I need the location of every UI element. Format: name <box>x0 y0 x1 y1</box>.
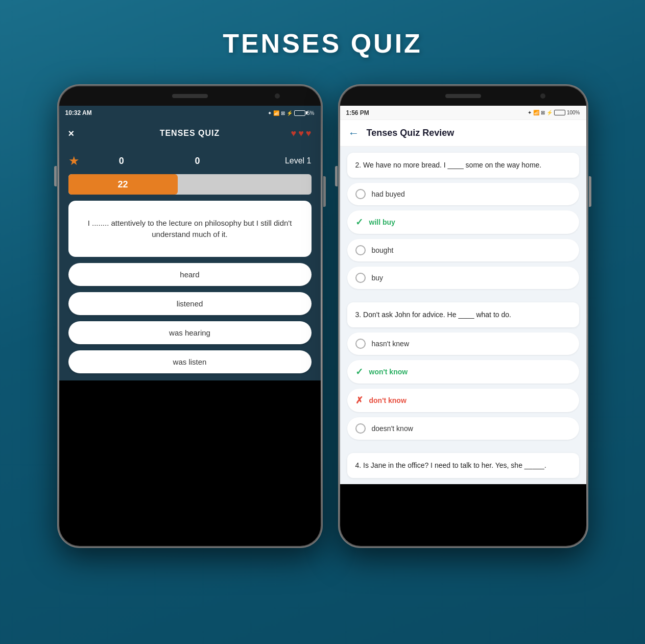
right-signal-icon: 📶 <box>533 110 539 115</box>
option-bought-text: bought <box>372 246 394 254</box>
right-wifi-icon: ⊠ <box>541 110 545 115</box>
left-time: 10:32 AM <box>65 109 92 116</box>
signal-icon: 📶 <box>273 110 279 116</box>
page-title: TENSES QUIZ <box>223 28 422 59</box>
right-status-bar: 1:56 PM ✦ 📶 ⊠ ⚡ 100% <box>340 106 586 120</box>
answer-was-hearing[interactable]: was hearing <box>68 321 312 344</box>
charge-icon: ⚡ <box>286 110 293 116</box>
option-had-buyed[interactable]: had buyed <box>347 183 579 205</box>
progress-bar-fill: 22 <box>68 174 178 195</box>
divider-1 <box>347 294 579 297</box>
phone-top-bar <box>59 86 321 106</box>
option-buy-text: buy <box>372 274 384 282</box>
option-doesnt-know-text: doesn't know <box>372 424 413 433</box>
right-phone-top-bar <box>340 86 586 106</box>
radio-buy <box>355 273 366 283</box>
star-icon: ★ <box>68 154 80 168</box>
heart-1: ♥ <box>291 128 296 139</box>
option-bought[interactable]: bought <box>347 239 579 261</box>
right-volume-button <box>335 166 338 186</box>
answer-was-listen[interactable]: was listen <box>68 350 312 373</box>
answer-listened[interactable]: listened <box>68 292 312 315</box>
right-battery-bar <box>554 110 565 115</box>
camera <box>275 93 280 99</box>
option-hasnt-knew-text: hasn't knew <box>372 340 410 348</box>
option-buy[interactable]: buy <box>347 267 579 289</box>
progress-bar-container: 22 <box>68 174 312 195</box>
right-camera <box>540 93 545 99</box>
power-button <box>323 176 326 207</box>
left-content: ★ 0 0 Level 1 22 I ........ attentively … <box>59 147 321 380</box>
right-content: 2. We have no more bread. I ____ some on… <box>340 147 586 484</box>
level-label: Level 1 <box>235 156 312 165</box>
left-app-title: TENSES QUIZ <box>160 129 220 138</box>
right-bluetooth-icon: ✦ <box>528 110 532 115</box>
radio-hasnt-knew <box>355 339 366 349</box>
option-dont-know[interactable]: ✗ don't know <box>347 389 579 412</box>
score-1: 0 <box>84 156 160 166</box>
option-wont-know-text: won't know <box>369 368 408 376</box>
heart-2: ♥ <box>298 128 304 139</box>
answer-heard[interactable]: heard <box>68 263 312 286</box>
divider-2 <box>347 445 579 448</box>
speaker <box>172 94 208 98</box>
right-power-button <box>589 176 591 207</box>
check-icon-will-buy: ✓ <box>355 217 363 228</box>
right-app-bar: ← Tenses Quiz Review <box>340 120 586 147</box>
wifi-icon: ⊠ <box>281 110 285 116</box>
battery-percent: 5% <box>307 110 314 116</box>
q3-label: 3. Don't ask John for advice. He ____ wh… <box>355 311 511 319</box>
question-text: I ........ attentively to the lecture on… <box>79 218 301 241</box>
check-icon-wont-know: ✓ <box>355 366 363 377</box>
right-status-icons: ✦ 📶 ⊠ ⚡ 100% <box>528 110 580 115</box>
hearts-row: ♥ ♥ ♥ <box>291 128 311 139</box>
option-will-buy-text: will buy <box>369 218 395 226</box>
heart-3: ♥ <box>306 128 312 139</box>
score-2: 0 <box>159 156 235 166</box>
right-charge-icon: ⚡ <box>546 110 553 115</box>
question-4-text: 4. Is Jane in the office? I need to talk… <box>347 453 579 478</box>
phones-container: 10:32 AM ✦ 📶 ⊠ ⚡ 5% × TENSES <box>57 84 588 548</box>
left-status-icons: ✦ 📶 ⊠ ⚡ 5% <box>268 110 314 116</box>
back-button[interactable]: ← <box>348 127 360 140</box>
q4-label: 4. Is Jane in the office? I need to talk… <box>355 461 546 469</box>
right-time: 1:56 PM <box>346 109 369 116</box>
option-will-buy[interactable]: ✓ will buy <box>347 210 579 234</box>
right-phone-screen: 1:56 PM ✦ 📶 ⊠ ⚡ 100% ← Tense <box>340 86 586 546</box>
left-status-bar: 10:32 AM ✦ 📶 ⊠ ⚡ 5% <box>59 106 321 120</box>
close-button[interactable]: × <box>68 128 75 139</box>
question-2-text: 2. We have no more bread. I ____ some on… <box>347 153 579 178</box>
right-app-title: Tenses Quiz Review <box>367 128 455 138</box>
option-had-buyed-text: had buyed <box>372 190 405 198</box>
right-battery-percent: 100% <box>567 110 580 115</box>
score-row: ★ 0 0 Level 1 <box>68 154 312 168</box>
left-phone: 10:32 AM ✦ 📶 ⊠ ⚡ 5% × TENSES <box>57 84 323 548</box>
cross-icon-dont-know: ✗ <box>355 395 363 406</box>
radio-had-buyed <box>355 189 366 199</box>
question-3-text: 3. Don't ask John for advice. He ____ wh… <box>347 302 579 327</box>
option-wont-know[interactable]: ✓ won't know <box>347 360 579 384</box>
bluetooth-icon: ✦ <box>268 110 272 116</box>
right-phone: 1:56 PM ✦ 📶 ⊠ ⚡ 100% ← Tense <box>338 84 588 548</box>
left-phone-screen: 10:32 AM ✦ 📶 ⊠ ⚡ 5% × TENSES <box>59 86 321 546</box>
battery-bar <box>294 110 305 116</box>
question-box: I ........ attentively to the lecture on… <box>68 201 312 257</box>
radio-doesnt-know <box>355 423 366 434</box>
q2-label: 2. We have no more bread. I ____ some on… <box>355 161 542 169</box>
option-hasnt-knew[interactable]: hasn't knew <box>347 332 579 355</box>
radio-bought <box>355 245 366 255</box>
option-dont-know-text: don't know <box>369 396 407 404</box>
volume-button <box>54 166 57 186</box>
right-speaker <box>445 94 481 98</box>
option-doesnt-know[interactable]: doesn't know <box>347 417 579 440</box>
left-app-bar: × TENSES QUIZ ♥ ♥ ♥ <box>59 120 321 147</box>
progress-value: 22 <box>118 179 128 190</box>
